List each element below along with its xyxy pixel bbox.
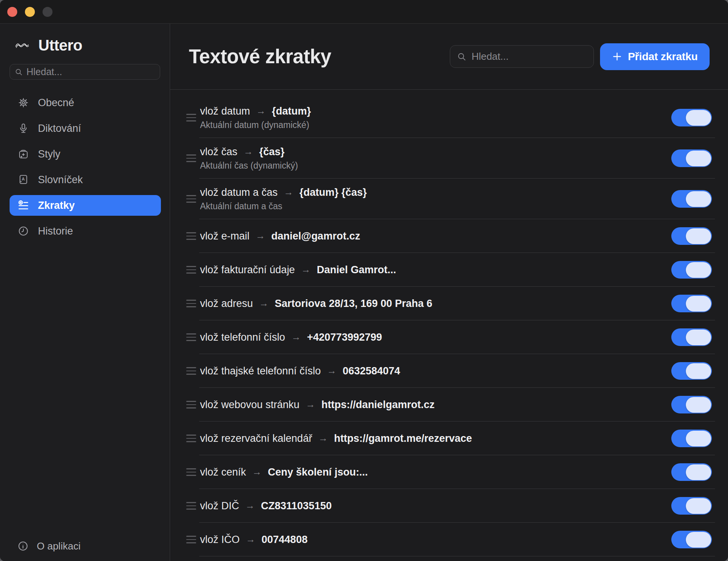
sidebar-search-input[interactable] (26, 66, 155, 77)
shortcut-row[interactable]: vlož telefonní číslo → +420773992799 (170, 320, 728, 354)
toggle-knob (686, 262, 711, 278)
shortcut-row[interactable]: vlož čas → {čas} Aktuální čas (dynamický… (170, 138, 728, 179)
shortcut-name: vlož IČO (200, 534, 240, 546)
shortcut-toggle[interactable] (671, 362, 712, 380)
svg-text:A: A (21, 177, 25, 181)
drag-handle-icon[interactable] (186, 502, 196, 510)
drag-handle-icon[interactable] (186, 114, 196, 121)
shortcut-toggle[interactable] (671, 109, 712, 126)
sidebar-item-slovnicek[interactable]: A Slovníček (10, 169, 161, 190)
shortcut-row[interactable]: vlož datum a čas → {datum} {čas} Aktuáln… (170, 179, 728, 219)
shortcut-row[interactable]: vlož webovou stránku → https://danielgam… (170, 388, 728, 422)
shortcut-value: daniel@gamrot.cz (271, 230, 360, 242)
shortcut-value: https://gamrot.me/rezervace (334, 433, 472, 445)
drag-handle-icon[interactable] (186, 232, 196, 240)
shortcut-toggle[interactable] (671, 531, 712, 548)
sidebar-item-styly[interactable]: Styly (10, 144, 161, 164)
drag-handle-icon[interactable] (186, 401, 196, 408)
shortcut-text: vlož telefonní číslo → +420773992799 (200, 331, 664, 343)
shortcut-row[interactable]: vlož thajské telefonní číslo → 063258407… (170, 354, 728, 388)
drag-handle-icon[interactable] (186, 154, 196, 162)
shortcut-value: 00744808 (262, 534, 308, 546)
drag-handle-icon[interactable] (186, 300, 196, 307)
minimize-window-button[interactable] (25, 7, 35, 17)
shortcut-row[interactable]: vlož rezervační kalendář → https://gamro… (170, 422, 728, 455)
add-shortcut-label: Přidat zkratku (628, 51, 698, 63)
shortcut-toggle[interactable] (671, 295, 712, 312)
shortcut-toggle[interactable] (671, 190, 712, 208)
shortcut-name: vlož e-mail (200, 230, 249, 242)
drag-handle-icon[interactable] (186, 195, 196, 203)
shortcut-toggle[interactable] (671, 149, 712, 167)
shortcut-row[interactable]: vlož ceník → Ceny školení jsou:... (170, 455, 728, 489)
about-app-button[interactable]: O aplikaci (10, 537, 161, 555)
shortcut-name: vlož adresu (200, 298, 253, 310)
styles-icon (17, 148, 29, 160)
toggle-knob (686, 228, 711, 244)
shortcut-text: vlož ceník → Ceny školení jsou:... (200, 466, 664, 478)
sidebar-nav: Obecné Diktování (10, 92, 161, 241)
toggle-knob (686, 110, 711, 126)
zoom-window-button (43, 7, 52, 17)
sidebar-item-zkratky[interactable]: Zkratky (10, 195, 161, 216)
shortcut-name: vlož webovou stránku (200, 399, 300, 411)
shortcut-toggle[interactable] (671, 261, 712, 279)
arrow-right-icon: → (259, 298, 269, 309)
shortcut-text: vlož čas → {čas} Aktuální čas (dynamický… (200, 146, 664, 171)
shortcut-value: Daniel Gamrot... (317, 264, 396, 276)
drag-handle-icon[interactable] (186, 435, 196, 442)
drag-handle-icon[interactable] (186, 536, 196, 543)
arrow-right-icon: → (252, 466, 262, 477)
shortcut-toggle[interactable] (671, 430, 712, 447)
shortcut-name: vlož datum (200, 105, 250, 117)
shortcut-toggle[interactable] (671, 396, 712, 413)
shortcuts-search-field[interactable] (450, 45, 594, 68)
sidebar-item-diktovani[interactable]: Diktování (10, 118, 161, 139)
add-shortcut-button[interactable]: Přidat zkratku (600, 43, 710, 70)
drag-handle-icon[interactable] (186, 468, 196, 476)
close-window-button[interactable] (7, 7, 17, 17)
shortcut-toggle[interactable] (671, 227, 712, 245)
shortcut-value: +420773992799 (307, 331, 382, 343)
shortcut-value: Sartoriova 28/13, 169 00 Praha 6 (275, 298, 432, 310)
gear-icon (17, 97, 29, 108)
shortcut-toggle[interactable] (671, 328, 712, 346)
sidebar: Uttero Obe (0, 24, 170, 561)
titlebar (0, 0, 728, 24)
microphone-icon (17, 123, 29, 134)
main-header: Textové zkratky Přidat z (170, 24, 728, 90)
drag-handle-icon[interactable] (186, 367, 196, 375)
shortcut-text: vlož fakturační údaje → Daniel Gamrot... (200, 264, 664, 276)
toggle-knob (686, 397, 711, 413)
sidebar-item-obecne[interactable]: Obecné (10, 92, 161, 113)
shortcut-toggle[interactable] (671, 463, 712, 481)
shortcut-text: vlož IČO → 00744808 (200, 534, 664, 546)
sidebar-search-field[interactable] (10, 64, 160, 80)
sidebar-item-label: Obecné (38, 97, 74, 109)
shortcut-value: 0632584074 (343, 365, 400, 377)
shortcut-row[interactable]: vlož datum → {datum} Aktuální datum (dyn… (170, 97, 728, 138)
shortcut-subtitle: Aktuální datum a čas (200, 201, 664, 212)
shortcut-toggle[interactable] (671, 497, 712, 515)
main-pane: Textové zkratky Přidat z (170, 24, 728, 561)
drag-handle-icon[interactable] (186, 266, 196, 274)
shortcut-row[interactable]: vlož adresu → Sartoriova 28/13, 169 00 P… (170, 287, 728, 320)
sidebar-item-historie[interactable]: Historie (10, 221, 161, 241)
arrow-right-icon: → (306, 399, 315, 410)
shortcut-text: vlož DIČ → CZ8311035150 (200, 500, 664, 512)
sidebar-item-label: Historie (38, 225, 73, 237)
shortcut-row[interactable]: vlož e-mail → daniel@gamrot.cz (170, 219, 728, 253)
sidebar-item-label: Zkratky (38, 200, 75, 212)
shortcut-row[interactable]: vlož fakturační údaje → Daniel Gamrot... (170, 253, 728, 287)
history-clock-icon (17, 225, 29, 237)
shortcut-row[interactable]: vlož DIČ → CZ8311035150 (170, 489, 728, 523)
app-logo: Uttero (15, 37, 170, 54)
shortcut-text: vlož rezervační kalendář → https://gamro… (200, 433, 664, 445)
shortcuts-icon (17, 200, 29, 211)
arrow-right-icon: → (318, 433, 328, 444)
shortcut-text: vlož adresu → Sartoriova 28/13, 169 00 P… (200, 298, 664, 310)
shortcut-row[interactable]: vlož IČO → 00744808 (170, 523, 728, 556)
drag-handle-icon[interactable] (186, 333, 196, 341)
arrow-right-icon: → (246, 534, 256, 545)
shortcuts-search-input[interactable] (472, 51, 587, 62)
